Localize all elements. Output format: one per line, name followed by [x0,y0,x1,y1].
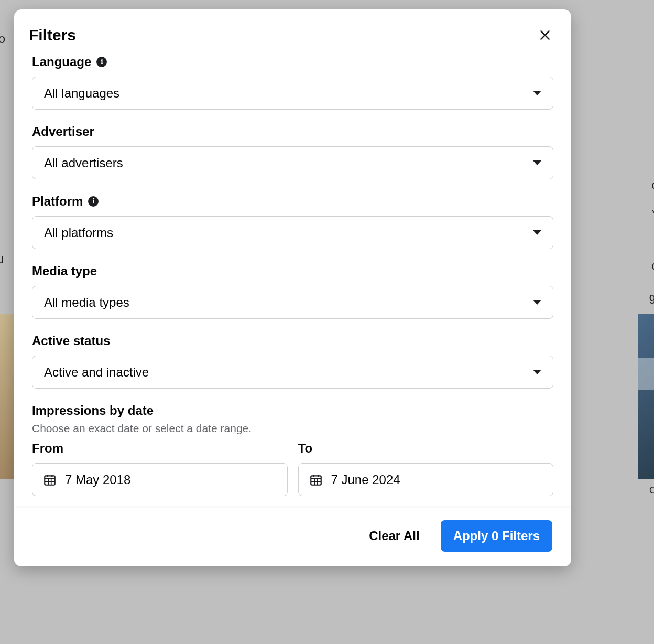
close-icon [538,28,552,42]
advertiser-label: Advertiser [32,124,94,139]
platform-value: All platforms [44,226,113,240]
filters-modal: Filters Language i All languages Adverti… [14,9,571,566]
advertiser-value: All advertisers [44,156,123,170]
chevron-down-icon [533,160,541,165]
language-value: All languages [44,86,119,101]
bg-image [0,314,16,479]
language-label: Language [32,55,91,69]
bg-text: op [652,259,654,273]
chevron-down-icon [533,230,541,235]
modal-footer: Clear All Apply 0 Filters [14,508,571,566]
chevron-down-icon [533,300,541,305]
filter-group-impressions: Impressions by date Choose an exact date… [32,403,553,496]
filter-group-language: Language i All languages [32,55,553,110]
bg-text: Ou [0,252,4,266]
date-range-row: From 7 May 2018 [32,441,553,496]
svg-rect-0 [45,476,55,485]
advertiser-select[interactable]: All advertisers [32,146,553,179]
bg-text: Yo [651,207,654,221]
impressions-label: Impressions by date [32,403,154,418]
filter-group-active-status: Active status Active and inactive [32,334,553,389]
bg-text: OM [649,485,654,496]
media-type-label: Media type [32,264,97,278]
date-to-input[interactable]: 7 June 2024 [298,463,554,496]
date-to-value: 7 June 2024 [331,473,400,487]
bg-text: to [0,31,5,46]
date-from-input[interactable]: 7 May 2018 [32,463,288,496]
bg-image [638,358,654,390]
platform-select[interactable]: All platforms [32,216,553,249]
active-status-value: Active and inactive [44,365,149,380]
bg-text: g y [649,291,654,304]
bg-text: on [652,178,654,192]
modal-title: Filters [29,26,76,44]
active-status-label: Active status [32,334,110,348]
clear-all-button[interactable]: Clear All [365,522,423,550]
apply-filters-button[interactable]: Apply 0 Filters [441,520,552,552]
svg-rect-7 [311,476,321,485]
close-button[interactable] [537,27,553,44]
info-icon[interactable]: i [96,57,107,67]
from-label: From [32,441,288,456]
media-type-select[interactable]: All media types [32,286,553,319]
bg-image [638,314,654,479]
chevron-down-icon [533,370,541,374]
language-select[interactable]: All languages [32,77,553,110]
calendar-icon [43,473,57,487]
date-from-value: 7 May 2018 [65,473,130,487]
media-type-value: All media types [44,295,129,310]
info-icon[interactable]: i [88,196,99,207]
chevron-down-icon [533,91,541,95]
filter-group-platform: Platform i All platforms [32,194,553,249]
modal-header: Filters [14,9,571,50]
to-label: To [298,441,554,456]
date-from-column: From 7 May 2018 [32,441,288,496]
modal-body[interactable]: Language i All languages Advertiser All … [14,50,571,508]
date-to-column: To 7 June 2024 [298,441,554,496]
filter-group-media-type: Media type All media types [32,264,553,319]
calendar-icon [309,473,323,487]
filter-group-advertiser: Advertiser All advertisers [32,124,553,179]
active-status-select[interactable]: Active and inactive [32,356,553,389]
impressions-helper: Choose an exact date or select a date ra… [32,422,553,435]
platform-label: Platform [32,194,83,209]
